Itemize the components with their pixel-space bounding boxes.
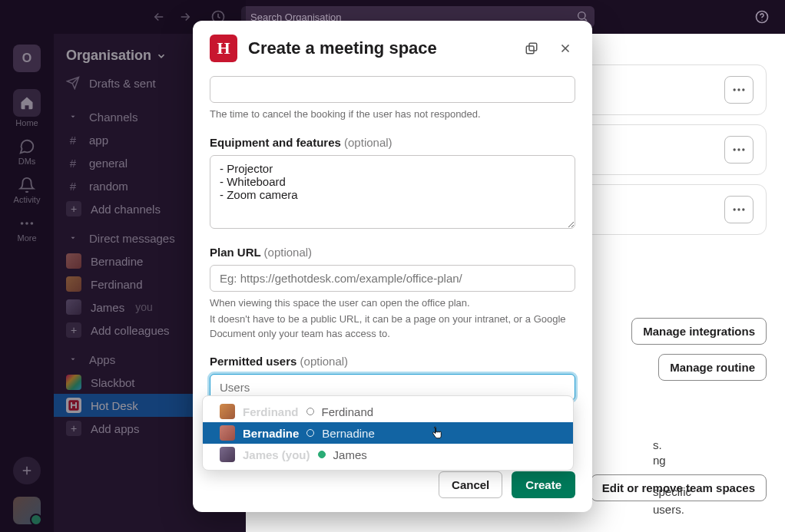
activity-icon xyxy=(18,177,35,193)
option-name: Ferdinand xyxy=(243,405,299,418)
autocomplete-option-bernadine[interactable]: Bernadine Bernadine xyxy=(203,422,573,444)
avatar xyxy=(66,276,81,292)
svg-point-12 xyxy=(737,148,740,150)
rail-more-label: More xyxy=(17,233,36,243)
add-channels-label: Add channels xyxy=(91,203,161,216)
plus-box-icon: + xyxy=(66,421,81,436)
more-icon xyxy=(18,215,35,232)
rail-create-button[interactable] xyxy=(13,457,41,484)
svg-point-5 xyxy=(25,222,28,225)
rail-home[interactable]: Home xyxy=(0,84,54,132)
drafts-label: Drafts & sent xyxy=(89,77,156,90)
channel-label: random xyxy=(89,180,128,193)
option-name: James (you) xyxy=(243,448,310,461)
arrow-right-icon xyxy=(178,10,192,24)
plus-box-icon: + xyxy=(66,322,81,338)
svg-point-14 xyxy=(734,208,736,210)
modal-header: H Create a meeting space xyxy=(193,21,592,73)
option-sub: James xyxy=(333,448,367,461)
presence-away-icon xyxy=(306,429,314,437)
manage-integrations-button[interactable]: Manage integrations xyxy=(631,318,767,345)
hot-desk-logo: H xyxy=(210,35,237,62)
autocomplete-option-james[interactable]: James (you) James xyxy=(203,444,573,465)
arrow-left-icon xyxy=(152,10,166,24)
caret-down-icon xyxy=(66,355,80,363)
avatar xyxy=(66,253,81,269)
dm-label: James xyxy=(91,301,124,314)
plan-url-input[interactable] xyxy=(210,265,575,292)
item-menu-button[interactable] xyxy=(724,136,754,164)
nav-forward-button[interactable] xyxy=(175,7,195,27)
chevron-down-icon xyxy=(156,51,167,61)
user-autocomplete-dropdown: Ferdinand Ferdinand Bernadine Bernadine … xyxy=(202,395,574,471)
avatar xyxy=(220,404,235,419)
svg-point-4 xyxy=(21,222,24,225)
plan-url-helper-2: It doesn't have to be a public URL, it c… xyxy=(210,312,575,342)
nav-back-button[interactable] xyxy=(149,7,169,27)
cancel-time-helper: The time to cancel the booking if the us… xyxy=(210,107,575,122)
app-label: Slackbot xyxy=(91,376,135,389)
hot-desk-icon xyxy=(66,398,81,413)
item-menu-button[interactable] xyxy=(724,196,754,223)
avatar xyxy=(66,299,81,315)
manage-routine-button[interactable]: Manage routine xyxy=(658,354,767,381)
close-icon xyxy=(558,41,572,55)
popout-icon xyxy=(525,41,538,55)
app-label: Hot Desk xyxy=(91,399,138,412)
add-apps-label: Add apps xyxy=(91,422,139,435)
close-button[interactable] xyxy=(555,38,575,58)
avatar xyxy=(220,447,235,462)
dms-header-label: Direct messages xyxy=(89,232,175,245)
svg-point-6 xyxy=(31,222,34,225)
home-icon xyxy=(19,95,35,111)
plus-box-icon: + xyxy=(66,201,81,216)
help-button[interactable] xyxy=(751,6,773,28)
hash-icon: # xyxy=(66,180,80,193)
permitted-users-label: Permitted users (optional) xyxy=(210,355,575,368)
plan-url-helper-1: When viewing this space the user can ope… xyxy=(210,296,575,311)
ellipsis-icon xyxy=(731,202,747,217)
rail-more[interactable]: More xyxy=(0,210,54,247)
svg-point-1 xyxy=(578,12,585,19)
workspace-tile: O xyxy=(13,45,41,72)
cancel-time-input[interactable] xyxy=(210,76,575,103)
channel-label: app xyxy=(89,134,108,147)
presence-away-icon xyxy=(306,408,314,415)
ellipsis-icon xyxy=(731,82,747,97)
rail-activity[interactable]: Activity xyxy=(0,172,54,209)
equipment-label: Equipment and features (optional) xyxy=(210,136,575,149)
equipment-input[interactable] xyxy=(210,155,575,229)
workspace-switcher[interactable]: O xyxy=(0,40,54,77)
rail-dms[interactable]: DMs xyxy=(0,134,54,170)
rail-activity-label: Activity xyxy=(14,195,41,204)
paper-plane-icon xyxy=(66,76,80,90)
svg-point-8 xyxy=(734,88,736,91)
item-menu-button[interactable] xyxy=(724,76,754,104)
channel-label: general xyxy=(89,157,128,170)
channels-header-label: Channels xyxy=(89,111,137,124)
option-name: Bernadine xyxy=(243,427,299,440)
rail-dms-label: DMs xyxy=(18,157,36,166)
svg-point-10 xyxy=(742,88,744,91)
popout-button[interactable] xyxy=(522,38,542,58)
hash-icon: # xyxy=(66,157,80,170)
modal-title: Create a meeting space xyxy=(248,38,437,58)
svg-point-9 xyxy=(737,88,740,91)
home-tile xyxy=(13,89,41,117)
svg-point-16 xyxy=(742,208,744,210)
add-colleagues-label: Add colleagues xyxy=(91,324,170,337)
ellipsis-icon xyxy=(731,142,747,157)
create-button[interactable]: Create xyxy=(512,471,575,498)
option-sub: Bernadine xyxy=(322,427,374,440)
user-avatar[interactable] xyxy=(13,497,41,524)
left-rail: O Home DMs Activity More xyxy=(0,34,54,532)
rail-home-label: Home xyxy=(15,118,38,127)
svg-rect-17 xyxy=(529,43,537,51)
cancel-button[interactable]: Cancel xyxy=(439,471,502,498)
plan-url-label: Plan URL (optional) xyxy=(210,246,575,259)
svg-point-15 xyxy=(737,208,740,210)
svg-point-3 xyxy=(761,20,762,21)
caret-down-icon xyxy=(66,234,80,242)
autocomplete-option-ferdinand[interactable]: Ferdinand Ferdinand xyxy=(203,401,573,422)
caret-down-icon xyxy=(66,113,80,121)
